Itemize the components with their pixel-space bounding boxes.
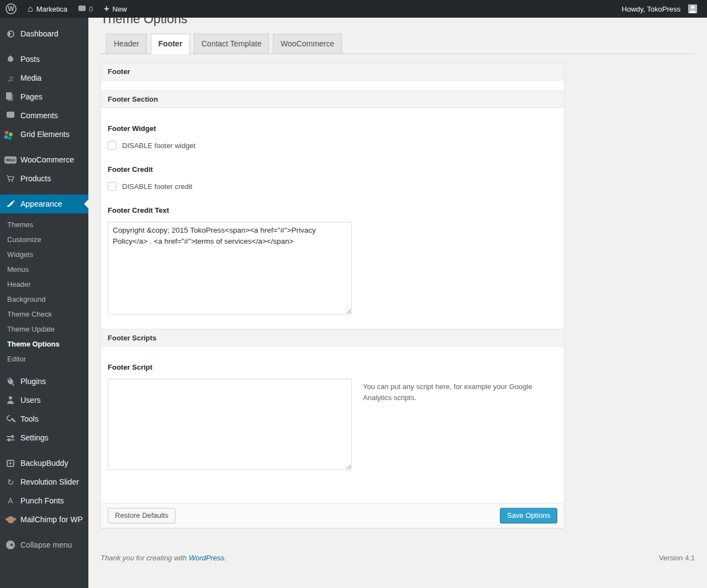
site-name-menu[interactable]: ⌂ Marketica	[22, 0, 73, 18]
sidebar-item-label: Posts	[20, 55, 40, 64]
sidebar-item-products[interactable]: Products	[0, 169, 88, 188]
sidebar-item-label: Comments	[20, 111, 58, 120]
admin-bar: W ⌂ Marketica 0 + New Howdy, TokoPress	[0, 0, 707, 18]
collapse-arrow-icon	[4, 539, 17, 550]
dashboard-icon	[4, 28, 17, 39]
panel-spacer	[101, 81, 564, 90]
submenu-item-theme-options[interactable]: Theme Options	[0, 337, 88, 351]
plus-icon: +	[104, 4, 109, 13]
appearance-submenu: Themes Customize Widgets Menus Header Ba…	[0, 213, 88, 372]
site-name-label: Marketica	[36, 5, 67, 13]
sidebar-item-label: BackupBuddy	[20, 459, 68, 468]
sidebar-item-mailchimp[interactable]: MailChimp for WP	[0, 510, 88, 529]
avatar	[688, 4, 697, 13]
sidebar-separator	[0, 447, 88, 454]
sidebar-item-label: MailChimp for WP	[20, 515, 83, 524]
sidebar-item-label: Pages	[20, 92, 43, 101]
submenu-item-theme-update[interactable]: Theme Update	[0, 322, 88, 337]
brush-icon	[4, 198, 17, 209]
sidebar-item-woocommerce[interactable]: Woo WooCommerce	[0, 150, 88, 169]
sidebar-item-plugins[interactable]: Plugins	[0, 372, 88, 391]
wrench-icon	[4, 413, 17, 424]
new-content-menu[interactable]: + New	[98, 0, 132, 18]
tab-header[interactable]: Header	[106, 34, 147, 54]
sidebar-item-label: Products	[20, 174, 51, 183]
comments-shortcut[interactable]: 0	[73, 0, 98, 18]
sidebar-item-label: Punch Fonts	[20, 496, 64, 505]
section-header-footer-section: Footer Section	[101, 90, 564, 108]
sidebar-separator	[0, 43, 88, 50]
sidebar-item-dashboard[interactable]: Dashboard	[0, 24, 88, 43]
footer-credit-checkbox-row: DISABLE footer credit	[108, 182, 557, 191]
sidebar-item-appearance[interactable]: Appearance	[0, 195, 88, 213]
footer-credit-checkbox-label: DISABLE footer credit	[122, 182, 192, 191]
sidebar-item-backupbuddy[interactable]: BackupBuddy	[0, 454, 88, 473]
account-menu[interactable]: Howdy, TokoPress	[616, 0, 703, 18]
grid-elements-icon	[4, 129, 17, 140]
tab-woocommerce[interactable]: WooCommerce	[273, 34, 342, 54]
plugin-icon	[4, 376, 17, 387]
footer-credit-label: Footer Credit	[108, 165, 557, 174]
wp-logo-menu[interactable]: W	[0, 0, 22, 18]
footer-script-textarea[interactable]	[108, 379, 352, 470]
sidebar-item-label: Media	[20, 74, 41, 82]
mailchimp-monkey-icon	[4, 514, 17, 525]
sidebar-item-revolution-slider[interactable]: ↻ Revolution Slider	[0, 473, 88, 491]
home-icon: ⌂	[28, 4, 33, 13]
footer-credit-checkbox[interactable]	[108, 182, 117, 191]
save-options-button[interactable]: Save Options	[500, 508, 557, 523]
panel-actions: Restore Defaults Save Options	[101, 503, 564, 528]
cart-icon	[4, 173, 17, 184]
sidebar-item-label: Appearance	[20, 200, 62, 208]
letter-a-icon: A	[4, 495, 17, 506]
submenu-item-menus[interactable]: Menus	[0, 262, 88, 277]
version-label: Version 4.1	[659, 554, 695, 562]
sidebar-item-settings[interactable]: Settings	[0, 428, 88, 447]
woocommerce-icon: Woo	[4, 154, 17, 165]
wordpress-link[interactable]: WordPress.	[189, 554, 226, 562]
restore-defaults-button[interactable]: Restore Defaults	[108, 508, 176, 523]
submenu-item-themes[interactable]: Themes	[0, 217, 88, 232]
submenu-item-theme-check[interactable]: Theme Check	[0, 307, 88, 322]
pin-icon	[4, 54, 17, 65]
sidebar-item-grid-elements[interactable]: Grid Elements	[0, 125, 88, 144]
footer-widget-checkbox-label: DISABLE footer widget	[122, 141, 196, 150]
admin-bar-right: Howdy, TokoPress	[616, 0, 707, 18]
footer-credit-text-label: Footer Credit Text	[108, 206, 557, 214]
submenu-item-editor[interactable]: Editor	[0, 351, 88, 366]
sliders-icon	[4, 432, 17, 443]
sidebar-item-media[interactable]: ♫ Media	[0, 69, 88, 87]
sidebar-item-tools[interactable]: Tools	[0, 410, 88, 428]
sidebar-item-posts[interactable]: Posts	[0, 50, 88, 69]
collapse-menu-button[interactable]: Collapse menu	[0, 536, 88, 554]
submenu-item-header[interactable]: Header	[0, 277, 88, 292]
section-header-footer-scripts: Footer Scripts	[101, 329, 564, 347]
main-content: Theme Options Header Footer Contact Temp…	[88, 0, 707, 562]
sidebar-item-label: Settings	[20, 433, 49, 442]
backup-icon	[4, 458, 17, 469]
sidebar-item-users[interactable]: Users	[0, 391, 88, 410]
sidebar-separator	[0, 144, 88, 150]
panel-header-footer: Footer	[101, 63, 564, 81]
tab-contact-template[interactable]: Contact Template	[194, 34, 270, 54]
sidebar-item-punch-fonts[interactable]: A Punch Fonts	[0, 491, 88, 510]
howdy-label: Howdy, TokoPress	[622, 5, 680, 13]
footer-section-body: Footer Widget DISABLE footer widget Foot…	[101, 108, 564, 329]
comments-icon	[4, 110, 17, 121]
footer-credit-text-textarea[interactable]: Copyright &copy; 2015 TokoPress<span><a …	[108, 222, 352, 314]
comment-count: 0	[89, 5, 93, 13]
sidebar-item-pages[interactable]: Pages	[0, 87, 88, 106]
sidebar-separator	[0, 188, 88, 195]
admin-footer: Thank you for creating with WordPress. V…	[101, 554, 695, 562]
refresh-icon: ↻	[4, 476, 17, 487]
submenu-item-customize[interactable]: Customize	[0, 232, 88, 247]
footer-widget-checkbox[interactable]	[108, 141, 117, 150]
footer-script-help-text: You can put any script here, for example…	[363, 381, 534, 403]
tab-footer[interactable]: Footer	[151, 34, 191, 54]
sidebar-item-comments[interactable]: Comments	[0, 106, 88, 125]
sidebar-separator	[0, 529, 88, 536]
media-icon: ♫	[4, 72, 17, 83]
footer-script-label: Footer Script	[108, 363, 557, 371]
submenu-item-background[interactable]: Background	[0, 292, 88, 307]
submenu-item-widgets[interactable]: Widgets	[0, 247, 88, 262]
